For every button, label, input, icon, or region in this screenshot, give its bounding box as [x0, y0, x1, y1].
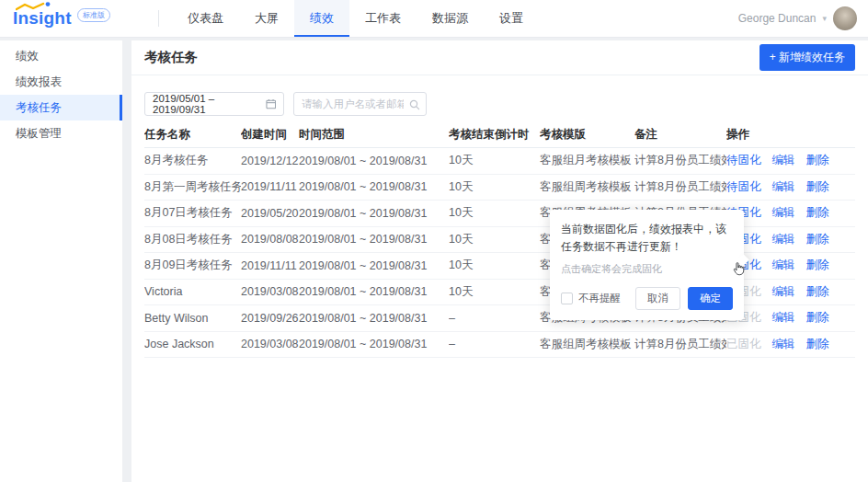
date-range-value: 2019/05/01 – 2019/09/31 [153, 93, 266, 115]
cell-created: 2019/12/12 [241, 155, 299, 167]
cell-task-name: 8月07日考核任务 [144, 205, 241, 221]
edition-badge: 标准版 [77, 8, 110, 22]
calendar-icon [266, 98, 277, 109]
col-remark: 备注 [634, 127, 726, 143]
table-row: 8月考核任务 2019/12/12 2019/08/01 ~ 2019/08/3… [144, 148, 855, 175]
col-template: 考核模版 [540, 127, 634, 143]
table-row: 8月第一周考核任务 2019/11/11 2019/08/01 ~ 2019/0… [144, 175, 855, 201]
edit-link[interactable]: 编辑 [772, 205, 795, 221]
cell-template: 客服组周考核模板 [540, 337, 634, 352]
solidify-confirm-popover: 当前数据固化后，绩效报表中，该任务数据不再进行更新！ 点击确定将会完成固化 不再… [550, 210, 744, 320]
cancel-button[interactable]: 取消 [635, 287, 680, 310]
main-content: 考核任务 + 新增绩效任务 2019/05/01 – 2019/09/31 [131, 40, 868, 482]
delete-link[interactable]: 删除 [806, 284, 829, 300]
filter-bar: 2019/05/01 – 2019/09/31 [144, 92, 855, 116]
col-actions: 操作 [726, 127, 855, 143]
cell-created: 2019/03/08 [241, 338, 299, 350]
table-row: 8月09日考核任务 2019/11/11 2019/08/01 ~ 2019/0… [144, 253, 855, 280]
delete-link[interactable]: 删除 [806, 337, 829, 352]
status-link[interactable]: 待固化 [726, 153, 761, 168]
nav-item-worksheet[interactable]: 工作表 [349, 0, 417, 37]
cell-range: 2019/08/01 ~ 2019/08/31 [299, 207, 449, 220]
cell-actions: 待固化 编辑 删除 [726, 205, 855, 221]
edit-link[interactable]: 编辑 [772, 258, 795, 273]
cell-countdown: – [449, 338, 540, 350]
cell-actions: 待固化 编辑 删除 [726, 232, 855, 247]
status-link: 已固化 [726, 337, 761, 352]
dont-remind-checkbox[interactable] [561, 293, 573, 304]
popover-footer: 不再提醒 取消 确定 [561, 287, 733, 310]
edit-link[interactable]: 编辑 [772, 310, 795, 326]
table-body: 8月考核任务 2019/12/12 2019/08/01 ~ 2019/08/3… [144, 148, 855, 358]
cell-task-name: 8月08日考核任务 [144, 232, 241, 247]
col-task-name: 任务名称 [144, 127, 241, 143]
cell-actions: 待固化 编辑 删除 [726, 179, 855, 195]
cell-actions: 已固化 编辑 删除 [726, 310, 855, 326]
search-box [293, 92, 427, 116]
cell-template: 客服组周考核模板 [540, 179, 634, 195]
cell-range: 2019/08/01 ~ 2019/08/31 [299, 285, 449, 298]
nav-item-datasource[interactable]: 数据源 [417, 0, 484, 37]
cell-range: 2019/08/01 ~ 2019/08/31 [299, 312, 449, 325]
page-header: 考核任务 + 新增绩效任务 [131, 40, 868, 75]
delete-link[interactable]: 删除 [806, 153, 829, 168]
add-task-button[interactable]: + 新增绩效任务 [760, 44, 855, 71]
delete-link[interactable]: 删除 [806, 310, 829, 326]
user-menu[interactable]: George Duncan ▾ [738, 6, 868, 30]
nav-item-settings[interactable]: 设置 [484, 0, 539, 37]
cell-created: 2019/09/26 [241, 312, 299, 325]
cell-countdown: 10天 [449, 284, 540, 300]
cell-countdown: 10天 [449, 153, 540, 168]
edit-link[interactable]: 编辑 [772, 232, 795, 247]
popover-hint: 点击确定将会完成固化 [561, 262, 733, 276]
delete-link[interactable]: 删除 [806, 232, 829, 247]
date-range-picker[interactable]: 2019/05/01 – 2019/09/31 [144, 92, 284, 116]
delete-link[interactable]: 删除 [806, 205, 829, 221]
sidebar-item-assessment-tasks[interactable]: 考核任务 [0, 95, 122, 120]
user-name: George Duncan [738, 12, 817, 25]
status-link[interactable]: 待固化 [726, 179, 761, 195]
cell-task-name: 8月09日考核任务 [144, 258, 241, 273]
cell-task-name: 8月考核任务 [144, 153, 241, 168]
cell-actions: 已固化 编辑 删除 [726, 337, 855, 352]
sidebar-item-performance[interactable]: 绩效 [0, 43, 122, 69]
cell-remark: 计算8月份员工绩效月... [634, 153, 726, 168]
cell-range: 2019/08/01 ~ 2019/08/31 [299, 259, 449, 272]
col-range: 时间范围 [299, 127, 449, 143]
edit-link[interactable]: 编辑 [772, 179, 795, 195]
cell-countdown: 10天 [449, 205, 540, 221]
cell-remark: 计算8月份员工绩效 [634, 337, 726, 352]
cell-actions: 已固化 编辑 删除 [726, 284, 855, 300]
cell-range: 2019/08/01 ~ 2019/08/31 [299, 155, 449, 167]
sidebar-item-template-management[interactable]: 模板管理 [0, 120, 122, 146]
edit-link[interactable]: 编辑 [772, 284, 795, 300]
cell-created: 2019/03/08 [241, 285, 299, 298]
delete-link[interactable]: 删除 [806, 179, 829, 195]
table-row: Victoria 2019/03/08 2019/08/01 ~ 2019/08… [144, 280, 855, 306]
task-table: 任务名称 创建时间 时间范围 考核结束倒计时 考核模版 备注 操作 8月考核任务… [144, 122, 855, 358]
nav-item-dashboard[interactable]: 仪表盘 [172, 0, 239, 37]
logo-zigzag-icon [16, 2, 52, 11]
cell-created: 2019/08/08 [241, 233, 299, 246]
logo-text: Insight [13, 8, 72, 28]
top-nav: 仪表盘 大屏 绩效 工作表 数据源 设置 [172, 0, 539, 37]
page-title: 考核任务 [144, 49, 198, 66]
edit-link[interactable]: 编辑 [772, 337, 795, 352]
confirm-button[interactable]: 确定 [688, 287, 733, 310]
insight-logo: Insight [13, 8, 72, 29]
cell-countdown: 10天 [449, 232, 540, 247]
avatar[interactable] [833, 6, 857, 30]
cell-range: 2019/08/01 ~ 2019/08/31 [299, 180, 449, 193]
table-row: 8月08日考核任务 2019/08/08 2019/08/01 ~ 2019/0… [144, 227, 855, 254]
chevron-down-icon: ▾ [822, 14, 827, 23]
table-row: 8月07日考核任务 2019/05/20 2019/08/01 ~ 2019/0… [144, 201, 855, 227]
cell-countdown: 10天 [449, 179, 540, 195]
sidebar-item-performance-report[interactable]: 绩效报表 [0, 69, 122, 95]
nav-item-performance[interactable]: 绩效 [294, 0, 349, 37]
edit-link[interactable]: 编辑 [772, 153, 795, 168]
sidebar: 绩效 绩效报表 考核任务 模板管理 [0, 40, 122, 482]
cell-task-name: Jose Jackson [144, 338, 241, 350]
search-input[interactable] [293, 92, 427, 116]
nav-item-bigscreen[interactable]: 大屏 [239, 0, 294, 37]
delete-link[interactable]: 删除 [806, 258, 829, 273]
